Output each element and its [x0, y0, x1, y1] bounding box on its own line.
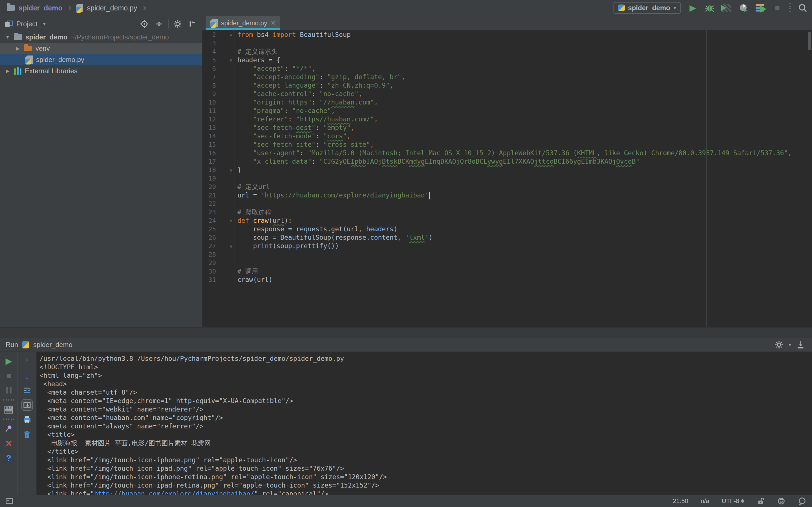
console-line[interactable]: <meta content="webkit" name="renderer"/>: [40, 405, 812, 413]
editor-scrollbar[interactable]: [808, 32, 811, 50]
fold-marker-icon[interactable]: ∨: [216, 218, 235, 223]
code-line[interactable]: 18∧}: [202, 166, 812, 174]
line-number[interactable]: 26: [202, 234, 216, 241]
console-line[interactable]: <meta content="IE=edge,chrome=1" http-eq…: [40, 397, 812, 405]
code-line[interactable]: 29: [202, 259, 812, 267]
line-number[interactable]: 31: [202, 276, 216, 283]
code-line[interactable]: 5∨headers = {: [202, 56, 812, 64]
code-line[interactable]: 13 "sec-fetch-dest": "empty",: [202, 123, 812, 132]
code-line[interactable]: 3: [202, 39, 812, 47]
line-number[interactable]: 10: [202, 99, 216, 106]
help-icon[interactable]: ?: [3, 452, 14, 464]
hide-panel-icon[interactable]: [187, 18, 198, 30]
console-line[interactable]: /usr/local/bin/python3.8 /Users/hou/Pych…: [40, 354, 812, 363]
code-line[interactable]: 20# 定义url: [202, 182, 812, 191]
console-line[interactable]: <link href="/img/touch-icon-iphone-retin…: [40, 473, 812, 481]
pin-tab-icon[interactable]: [3, 423, 14, 434]
notifications-bubble-icon[interactable]: [798, 497, 806, 505]
tree-item-label[interactable]: venv: [36, 45, 50, 52]
tool-window-switcher-icon[interactable]: [6, 498, 13, 504]
editor-run-splitter[interactable]: [0, 327, 812, 338]
line-number[interactable]: 7: [202, 73, 216, 80]
search-everywhere-icon[interactable]: [798, 3, 808, 13]
code-line[interactable]: 23# 爬取过程: [202, 208, 812, 216]
line-number[interactable]: 18: [202, 166, 216, 173]
tree-item-project-root[interactable]: ▼ spider_demo ~/PycharmProjects/spider_d…: [0, 32, 202, 43]
fold-marker-icon[interactable]: ∨: [216, 57, 235, 63]
code-line[interactable]: 10 "origin: https": "//huaban.com",: [202, 98, 812, 107]
code-line[interactable]: 30# 调用: [202, 267, 812, 276]
project-panel-title[interactable]: Project: [16, 20, 38, 28]
code-line[interactable]: 11 "pragma": "no-cache",: [202, 107, 812, 115]
line-number[interactable]: 30: [202, 268, 216, 275]
code-line[interactable]: 25 response = requests.get(url, headers): [202, 225, 812, 233]
line-number[interactable]: 9: [202, 91, 216, 98]
tree-expanded-icon[interactable]: ▼: [4, 34, 11, 40]
line-number[interactable]: 20: [202, 183, 216, 190]
console-line[interactable]: <meta content="huaban.com" name="copyrig…: [40, 413, 812, 422]
run-settings-gear-icon[interactable]: [773, 339, 784, 350]
fold-marker-icon[interactable]: ∧: [216, 32, 235, 38]
line-number[interactable]: 21: [202, 192, 216, 199]
project-settings-gear-icon[interactable]: [172, 18, 183, 30]
run-panel-title[interactable]: Run: [6, 341, 18, 349]
line-number[interactable]: 16: [202, 150, 216, 157]
line-number[interactable]: 3: [202, 40, 216, 47]
tree-item-spider-demo-py[interactable]: spider_demo.py: [0, 54, 202, 65]
line-number[interactable]: 25: [202, 226, 216, 233]
soft-wrap-icon[interactable]: [21, 385, 33, 396]
code-line[interactable]: 7 "accept-encoding": "gzip, deflate, br"…: [202, 73, 812, 81]
locate-file-icon[interactable]: [139, 18, 150, 30]
code-line[interactable]: 16 "user-agent": "Mozilla/5.0 (Macintosh…: [202, 149, 812, 157]
console-line[interactable]: <link href="/img/touch-icon-ipad-retina.…: [40, 481, 812, 490]
line-number[interactable]: 28: [202, 251, 216, 258]
fold-marker-icon[interactable]: ∧: [216, 243, 235, 249]
code-line[interactable]: 6 "accept": "*/*",: [202, 64, 812, 73]
fold-marker-icon[interactable]: ∧: [216, 167, 235, 173]
chevron-down-icon[interactable]: ▾: [43, 21, 46, 27]
code-line[interactable]: 24∨def craw(url):: [202, 216, 812, 225]
line-number[interactable]: 13: [202, 124, 216, 131]
concurrency-diagram-button[interactable]: [756, 3, 765, 13]
breadcrumb-project[interactable]: spider_demo: [18, 4, 63, 12]
debug-button[interactable]: [705, 3, 714, 13]
line-number[interactable]: 14: [202, 133, 216, 140]
close-tab-icon[interactable]: ✕: [271, 19, 276, 27]
line-number[interactable]: 19: [202, 175, 216, 182]
line-number[interactable]: 2: [202, 31, 216, 38]
console-hyperlink[interactable]: http://huaban.com/explore/dianyinghaibao…: [94, 490, 254, 495]
readonly-lock-icon[interactable]: [757, 497, 765, 505]
code-line[interactable]: 27∧ print(soup.prettify()): [202, 242, 812, 250]
code-line[interactable]: 2∧from bs4 import BeautifulSoup: [202, 31, 812, 39]
code-line[interactable]: 26 soup = BeautifulSoup(response.content…: [202, 233, 812, 242]
hide-run-panel-icon[interactable]: [795, 339, 806, 350]
code-line[interactable]: 14 "sec-fetch-mode": "cors",: [202, 132, 812, 140]
tree-collapsed-icon[interactable]: ▶: [4, 68, 11, 74]
line-number[interactable]: 8: [202, 82, 216, 89]
line-number[interactable]: 15: [202, 141, 216, 148]
code-line[interactable]: 17 "x-client-data": "CJG2yQEIpbbJAQjBtsk…: [202, 157, 812, 166]
code-line[interactable]: 4# 定义请求头: [202, 47, 812, 56]
run-button[interactable]: ▶: [688, 3, 698, 13]
tree-collapsed-icon[interactable]: ▶: [15, 46, 21, 52]
console-line[interactable]: <head>: [40, 380, 812, 388]
code-line[interactable]: 15 "sec-fetch-site": "cross-site",: [202, 140, 812, 149]
tree-item-external-libraries[interactable]: ▶ External Libraries: [0, 65, 202, 76]
scroll-to-end-icon[interactable]: [21, 399, 33, 411]
close-run-panel-icon[interactable]: ✕: [3, 438, 14, 449]
file-encoding[interactable]: UTF-8: [722, 497, 744, 505]
tree-item-label[interactable]: spider_demo: [26, 33, 67, 41]
caret-position[interactable]: n/a: [701, 497, 709, 505]
console-line[interactable]: <!DOCTYPE html>: [40, 363, 812, 371]
profiler-button[interactable]: [739, 3, 748, 13]
console-line[interactable]: <meta charset="utf-8"/>: [40, 388, 812, 397]
robot-face-icon[interactable]: [777, 497, 785, 505]
line-number[interactable]: 27: [202, 242, 216, 249]
line-number[interactable]: 6: [202, 65, 216, 72]
console-line[interactable]: <html lang="zh">: [40, 371, 812, 380]
run-with-coverage-button[interactable]: [722, 3, 731, 13]
clear-console-icon[interactable]: [21, 429, 33, 440]
console-line[interactable]: <meta content="always" name="referrer"/>: [40, 422, 812, 431]
console-output[interactable]: /usr/local/bin/python3.8 /Users/hou/Pych…: [37, 352, 812, 495]
console-line[interactable]: <link href="http://huaban.com/explore/di…: [40, 490, 812, 495]
